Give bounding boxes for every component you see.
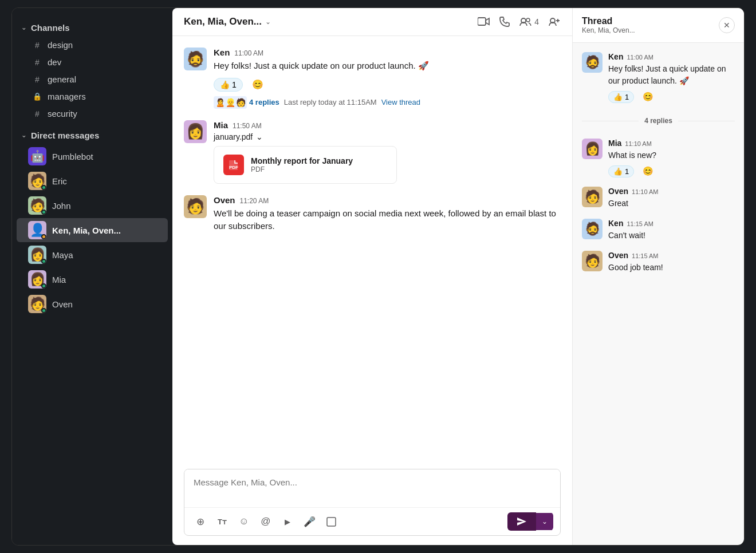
avatar: 🧑: [28, 196, 46, 215]
phone-call-icon[interactable]: [499, 17, 510, 27]
svg-point-2: [526, 18, 530, 22]
channels-header[interactable]: ⌄ Channels: [12, 19, 172, 36]
thread-reactions: 👍 1 😊: [608, 161, 657, 177]
edit-button[interactable]: [322, 512, 340, 531]
dm-item-eric[interactable]: 🧑 Eric: [17, 169, 168, 193]
thread-message-row: 🧑 Oven 11:15 AM Good job team!: [582, 251, 735, 274]
file-dropdown[interactable]: january.pdf ⌄: [214, 132, 561, 141]
emoji-button[interactable]: ☺: [235, 512, 253, 531]
status-dot: [41, 283, 46, 289]
avatar: 👩: [28, 246, 46, 264]
status-dot: [41, 210, 46, 215]
dm-item-john[interactable]: 🧑 John: [17, 193, 168, 218]
dm-name: Oven: [52, 299, 73, 309]
dm-item-pumblebot[interactable]: 🤖 Pumblebot: [17, 144, 168, 168]
avatar: 👤: [28, 221, 46, 239]
avatar: 🧔: [184, 48, 207, 70]
member-count[interactable]: 4: [519, 17, 539, 26]
thread-message-author: Ken: [608, 219, 623, 228]
message-time: 11:00 AM: [234, 49, 263, 57]
text-format-button[interactable]: Tᴛ: [213, 512, 231, 531]
file-name: january.pdf: [214, 132, 253, 141]
thread-title: Thread: [582, 16, 635, 26]
thread-messages: 🧔 Ken 11:00 AM Hey folks! Just a quick u…: [573, 43, 744, 545]
thread-reaction-thumbs-up[interactable]: 👍 1: [608, 91, 634, 103]
input-toolbar: ⊕ Tᴛ ☺ @ ▶ 🎤 ⌄: [184, 507, 560, 535]
file-attachment[interactable]: PDF Monthly report for January PDF: [214, 146, 397, 184]
thread-message-text: What is new?: [608, 149, 657, 161]
dm-name: Eric: [52, 176, 67, 186]
video-call-icon[interactable]: [478, 17, 490, 26]
sidebar-item-security[interactable]: # security: [17, 105, 168, 122]
thread-message-header: Oven 11:15 AM: [608, 251, 663, 260]
dm-item-group[interactable]: 👤 Ken, Mia, Oven...: [17, 218, 168, 242]
svg-rect-7: [327, 518, 336, 526]
message-input[interactable]: [184, 469, 560, 505]
thread-add-reaction-button[interactable]: 😊: [639, 165, 657, 177]
sidebar-item-label: managers: [48, 92, 86, 101]
add-member-icon[interactable]: [548, 17, 561, 26]
thread-message-time: 11:00 AM: [627, 54, 653, 61]
thread-close-button[interactable]: ✕: [719, 17, 735, 33]
add-reaction-button[interactable]: 😊: [247, 77, 268, 92]
messages-area: 🧔 Ken 11:00 AM Hey folks! Just a quick u…: [172, 36, 572, 462]
sidebar-item-general[interactable]: # general: [17, 71, 168, 88]
message-input-box: ⊕ Tᴛ ☺ @ ▶ 🎤 ⌄: [184, 469, 561, 536]
thread-message-row: 👩 Mia 11:10 AM What is new? 👍 1 😊: [582, 139, 735, 177]
member-count-number: 4: [534, 17, 539, 26]
thread-message-header: Oven 11:10 AM: [608, 187, 659, 196]
message-row: 👩 Mia 11:50 AM january.pdf ⌄ PDF: [184, 120, 561, 184]
hash-icon: #: [33, 58, 42, 67]
view-thread-link[interactable]: View thread: [381, 98, 420, 106]
message-header: Ken 11:00 AM: [214, 48, 561, 57]
avatar: 🧑: [28, 295, 46, 313]
message-content: Mia 11:50 AM january.pdf ⌄ PDF Monthly r…: [214, 120, 561, 184]
channels-chevron-icon: ⌄: [21, 24, 26, 31]
mic-button[interactable]: 🎤: [300, 512, 318, 531]
thread-message-content: Mia 11:10 AM What is new? 👍 1 😊: [608, 139, 657, 177]
replies-last-time: Last reply today at 11:15AM: [284, 98, 377, 106]
hash-icon: #: [33, 41, 42, 50]
gif-button[interactable]: ▶: [278, 512, 297, 531]
dm-item-oven[interactable]: 🧑 Oven: [17, 292, 168, 316]
thread-reaction-thumbs-up[interactable]: 👍 1: [608, 165, 634, 177]
mention-button[interactable]: @: [257, 512, 275, 531]
lock-icon: 🔒: [33, 92, 42, 101]
status-dot: [41, 308, 46, 313]
thread-message-author: Mia: [608, 139, 621, 148]
message-row: 🧔 Ken 11:00 AM Hey folks! Just a quick u…: [184, 48, 561, 109]
thread-message-row: 🧔 Ken 11:15 AM Can't wait!: [582, 219, 735, 242]
replies-count[interactable]: 4 replies: [249, 98, 279, 106]
add-button[interactable]: ⊕: [191, 512, 210, 531]
send-dropdown-button[interactable]: ⌄: [536, 513, 553, 530]
reaction-thumbs-up[interactable]: 👍 1: [214, 78, 243, 92]
message-time: 11:50 AM: [233, 122, 262, 130]
avatar: 🤖: [28, 147, 46, 165]
avatar: 👩: [582, 139, 603, 159]
file-type: PDF: [251, 165, 353, 173]
hash-icon: #: [33, 109, 42, 118]
sidebar-item-design[interactable]: # design: [17, 37, 168, 53]
thread-message-time: 11:15 AM: [632, 252, 658, 259]
thread-message-header: Ken 11:00 AM: [608, 52, 735, 61]
dm-header[interactable]: ⌄ Direct messages: [12, 127, 172, 144]
thread-message-author: Oven: [608, 251, 628, 260]
thread-add-reaction-button[interactable]: 😊: [639, 90, 657, 103]
dm-item-mia[interactable]: 👩 Mia: [17, 267, 168, 291]
reply-avatars: 🙎 👱 🧑: [214, 96, 245, 109]
sidebar-item-managers[interactable]: 🔒 managers: [17, 88, 168, 105]
dm-name: Ken, Mia, Oven...: [52, 226, 121, 235]
thread-message-content: Ken 11:15 AM Can't wait!: [608, 219, 653, 242]
avatar: 🧔: [582, 52, 603, 73]
sidebar-item-dev[interactable]: # dev: [17, 54, 168, 70]
dm-item-maya[interactable]: 👩 Maya: [17, 243, 168, 267]
channels-label: Channels: [31, 23, 70, 33]
thread-message-content: Ken 11:00 AM Hey folks! Just a quick upd…: [608, 52, 735, 103]
chat-title-group[interactable]: Ken, Mia, Oven... ⌄: [184, 16, 271, 27]
message-time: 11:20 AM: [240, 197, 269, 205]
sidebar: ⌄ Channels # design # dev # general 🔒 ma…: [12, 8, 172, 545]
chat-header: Ken, Mia, Oven... ⌄ 4: [172, 8, 572, 36]
svg-rect-0: [478, 18, 486, 25]
send-button[interactable]: [507, 512, 536, 531]
thread-replies-label: 4 replies: [644, 114, 672, 127]
